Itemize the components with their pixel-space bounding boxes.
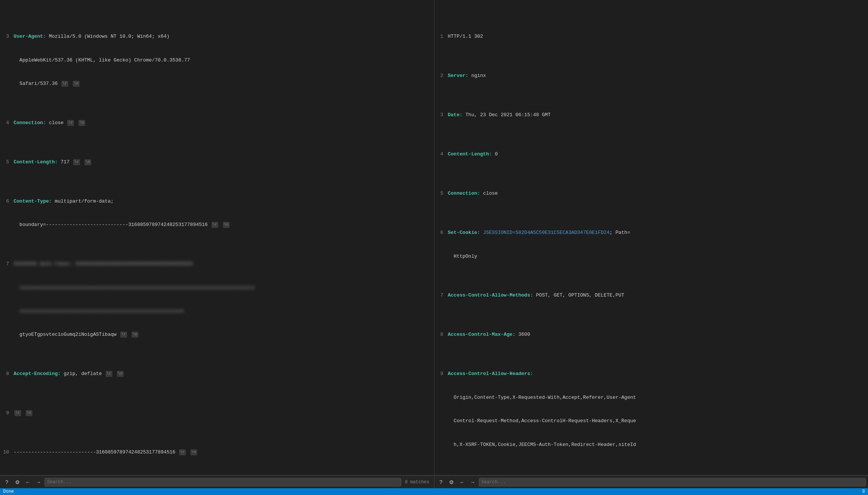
line-number: 6 (437, 229, 448, 237)
right-settings-button[interactable]: ⚙ (447, 478, 456, 487)
line-number: 10 (3, 449, 14, 457)
line-content: Control-Request-Method,Access-ControlH-R… (448, 417, 865, 425)
line-content: boundary=----------------------------316… (14, 221, 431, 229)
table-row: 9 \r \n (3, 409, 431, 417)
line-content: h,X-XSRF-TOKEN,Cookie,JEECMS-Auth-Token,… (448, 441, 865, 449)
table-row: Origin,Content-Type,X-Requested-With,Acc… (437, 394, 865, 402)
right-forward-button[interactable]: → (468, 478, 477, 487)
line-content: Access-Control-Allow-Methods: POST, GET,… (448, 292, 865, 300)
back-button[interactable]: ← (23, 478, 32, 487)
table-row: 9 Access-Control-Allow-Headers: (437, 370, 865, 378)
settings-button[interactable]: ⚙ (13, 478, 22, 487)
table-row: 5 Connection: close (437, 190, 865, 198)
line-content: Access-Control-Allow-Headers: (448, 370, 865, 378)
line-content: Content-Type: multipart/form-data; (14, 198, 431, 206)
line-number: 6 (3, 198, 14, 206)
table-row: xxxxxxxxxxxxxxxxxxxxxxxxxxxxxxxxxxxxxxxx… (3, 307, 431, 315)
main-content: 3 User-Agent: Mozilla/5.0 (Windows NT 10… (0, 0, 868, 475)
line-number: 7 (3, 260, 14, 268)
left-toolbar: ? ⚙ ← → 0 matches (0, 475, 434, 488)
left-pane: 3 User-Agent: Mozilla/5.0 (Windows NT 10… (0, 0, 434, 475)
status-right: 8 (862, 489, 865, 494)
line-content: HTTP/1.1 302 (448, 33, 865, 41)
line-content: User-Agent: Mozilla/5.0 (Windows NT 10.0… (14, 33, 431, 41)
right-back-button[interactable]: ← (458, 478, 467, 487)
line-number: 9 (3, 409, 14, 417)
table-row: 7 XXXXXXXX Auth-Token: XXXXXXXXXXXXXXXXX… (3, 260, 431, 268)
table-row: 8 Access-Control-Max-Age: 3600 (437, 331, 865, 339)
table-row: gtyoETgpsvtec1oGumq2iNoigASTibaqw \r \n (3, 331, 431, 339)
line-number: 2 (437, 72, 448, 80)
right-pane: 1 HTTP/1.1 302 2 Server: nginx 3 Date: T… (434, 0, 868, 475)
line-number: 8 (3, 370, 14, 378)
table-row: 4 Content-Length: 0 (437, 151, 865, 158)
line-number: 3 (437, 111, 448, 119)
status-bar: Done 8 (0, 488, 868, 495)
line-number: 3 (3, 33, 14, 41)
line-content: XXXXXXXX Auth-Token: XXXXXXXXXXXXXXXXXXX… (14, 260, 431, 268)
table-row: 6 Set-Cookie: JSESSIONID=582D4A5C50E31C5… (437, 229, 865, 237)
table-row: 3 User-Agent: Mozilla/5.0 (Windows NT 10… (3, 33, 431, 41)
line-number: 4 (3, 119, 14, 127)
table-row: 8 Accept-Encoding: gzip, deflate \r \n (3, 370, 431, 378)
line-content: Connection: close \r \n (14, 119, 431, 127)
right-toolbar: ? ⚙ ← → (434, 475, 868, 488)
table-row: HttpOnly (437, 253, 865, 261)
line-number: 1 (437, 33, 448, 41)
line-number: 8 (437, 331, 448, 339)
line-content: Content-Length: 0 (448, 151, 865, 158)
line-content: xxxxxxxxxxxxxxxxxxxxxxxxxxxxxxxxxxxxxxxx… (14, 284, 431, 292)
line-number: 9 (437, 370, 448, 378)
left-search-input[interactable] (44, 478, 401, 486)
line-number: 5 (3, 158, 14, 166)
table-row: AppleWebKit/537.36 (KHTML, like Gecko) C… (3, 57, 431, 65)
line-content: ----------------------------316085978974… (14, 449, 431, 457)
help-button[interactable]: ? (2, 478, 11, 487)
status-text: Done (3, 489, 14, 494)
right-code-block: 1 HTTP/1.1 302 2 Server: nginx 3 Date: T… (434, 2, 868, 475)
line-content: Date: Thu, 23 Dec 2021 06:15:48 GMT (448, 111, 865, 119)
table-row: 4 Connection: close \r \n (3, 119, 431, 127)
table-row: h,X-XSRF-TOKEN,Cookie,JEECMS-Auth-Token,… (437, 441, 865, 449)
line-number: 4 (437, 151, 448, 158)
right-search-input[interactable] (479, 478, 866, 486)
line-content: AppleWebKit/537.36 (KHTML, like Gecko) C… (14, 57, 431, 65)
line-content: Access-Control-Max-Age: 3600 (448, 331, 865, 339)
left-code-block: 3 User-Agent: Mozilla/5.0 (Windows NT 10… (0, 2, 434, 475)
toolbars-row: ? ⚙ ← → 0 matches ? ⚙ ← → (0, 475, 868, 488)
line-content: Accept-Encoding: gzip, deflate \r \n (14, 370, 431, 378)
table-row: 6 Content-Type: multipart/form-data; (3, 198, 431, 206)
table-row: xxxxxxxxxxxxxxxxxxxxxxxxxxxxxxxxxxxxxxxx… (3, 284, 431, 292)
table-row: Safari/537.36 \r \n (3, 80, 431, 88)
table-row: 10 ----------------------------316085978… (3, 449, 431, 457)
table-row: boundary=----------------------------316… (3, 221, 431, 229)
line-content: gtyoETgpsvtec1oGumq2iNoigASTibaqw \r \n (14, 331, 431, 339)
line-number: 7 (437, 292, 448, 300)
table-row: 3 Date: Thu, 23 Dec 2021 06:15:48 GMT (437, 111, 865, 119)
table-row: 2 Server: nginx (437, 72, 865, 80)
line-number: 5 (437, 190, 448, 198)
table-row: 1 HTTP/1.1 302 (437, 33, 865, 41)
table-row: 7 Access-Control-Allow-Methods: POST, GE… (437, 292, 865, 300)
right-help-button[interactable]: ? (437, 478, 446, 487)
line-content: Server: nginx (448, 72, 865, 80)
line-content: Safari/537.36 \r \n (14, 80, 431, 88)
matches-label: 0 matches (403, 480, 432, 485)
table-row: 5 Content-Length: 717 \r \n (3, 158, 431, 166)
line-content: xxxxxxxxxxxxxxxxxxxxxxxxxxxxxxxxxxxxxxxx… (14, 307, 431, 315)
line-content: Origin,Content-Type,X-Requested-With,Acc… (448, 394, 865, 402)
forward-button[interactable]: → (34, 478, 43, 487)
line-content: Content-Length: 717 \r \n (14, 158, 431, 166)
table-row: Control-Request-Method,Access-ControlH-R… (437, 417, 865, 425)
line-content: \r \n (14, 409, 431, 417)
line-content: Set-Cookie: JSESSIONID=582D4A5C50E31C5EC… (448, 229, 865, 237)
line-content: Connection: close (448, 190, 865, 198)
line-content: HttpOnly (448, 253, 865, 261)
